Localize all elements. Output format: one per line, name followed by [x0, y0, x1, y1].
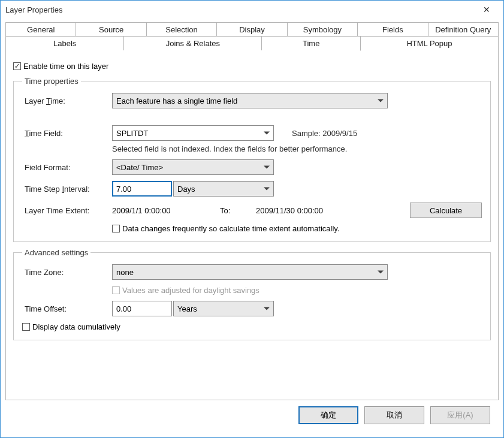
- tab-panel-time: ✓ Enable time on this layer Time propert…: [5, 50, 499, 400]
- tab-html-popup[interactable]: HTML Popup: [361, 36, 499, 50]
- index-hint: Selected field is not indexed. Index the…: [112, 144, 482, 153]
- cancel-button[interactable]: 取消: [364, 406, 424, 424]
- dialog-footer: 确定 取消 应用(A): [5, 400, 499, 433]
- interval-label: Time Step Interval:: [22, 185, 112, 194]
- titlebar: Layer Properties ✕: [1, 1, 503, 19]
- interval-unit-combo[interactable]: Days: [173, 181, 274, 197]
- extent-to-label: To:: [220, 206, 256, 215]
- enable-time-label: Enable time on this layer: [23, 62, 108, 71]
- timezone-combo[interactable]: none: [112, 264, 388, 280]
- chevron-down-icon: [264, 166, 270, 169]
- offset-input[interactable]: 0.00: [112, 301, 172, 316]
- chevron-down-icon: [264, 132, 270, 135]
- apply-button[interactable]: 应用(A): [430, 406, 490, 424]
- chevron-down-icon: [264, 188, 270, 191]
- cumulative-checkbox[interactable]: Display data cumulatively: [22, 322, 120, 331]
- interval-input[interactable]: 7.00: [112, 181, 172, 197]
- chevron-down-icon: [378, 99, 384, 102]
- tab-definition-query[interactable]: Definition Query: [428, 22, 499, 37]
- interval-unit-value: Days: [177, 185, 270, 194]
- interval-value: 7.00: [116, 185, 131, 194]
- ok-button[interactable]: 确定: [298, 406, 358, 424]
- auto-calc-checkbox[interactable]: Data changes frequently so calculate tim…: [112, 224, 340, 233]
- tab-fields[interactable]: Fields: [358, 22, 428, 37]
- advanced-settings-legend: Advanced settings: [22, 248, 90, 257]
- field-format-combo[interactable]: <Date/ Time>: [112, 159, 274, 175]
- auto-calc-label: Data changes frequently so calculate tim…: [122, 224, 340, 233]
- calculate-button[interactable]: Calculate: [410, 203, 482, 218]
- checkbox-icon: ✓: [13, 62, 21, 70]
- sample-label: Sample: 2009/9/15: [292, 129, 357, 138]
- window-title: Layer Properties: [5, 5, 475, 14]
- dst-checkbox: Values are adjusted for daylight savings: [112, 286, 259, 295]
- dialog-window: Layer Properties ✕ General Source Select…: [0, 0, 504, 438]
- time-field-combo[interactable]: SPLITDT: [112, 125, 274, 141]
- tab-source[interactable]: Source: [76, 22, 146, 37]
- checkbox-icon: [22, 323, 30, 331]
- tab-row-1: General Source Selection Display Symbolo…: [5, 22, 499, 37]
- extent-from: 2009/1/1 0:00:00: [112, 206, 220, 215]
- time-field-value: SPLITDT: [116, 129, 270, 138]
- offset-unit-combo[interactable]: Years: [173, 301, 274, 316]
- chevron-down-icon: [264, 307, 270, 310]
- layer-time-value: Each feature has a single time field: [116, 96, 384, 105]
- layer-time-combo[interactable]: Each feature has a single time field: [112, 93, 388, 108]
- chevron-down-icon: [378, 271, 384, 274]
- offset-unit-value: Years: [177, 304, 270, 313]
- time-properties-legend: Time properties: [22, 77, 81, 86]
- close-icon[interactable]: ✕: [475, 5, 499, 14]
- tab-labels[interactable]: Labels: [5, 36, 124, 50]
- time-properties-group: Time properties Layer Time: Each feature…: [13, 77, 491, 242]
- tab-row-2: Labels Joins & Relates Time HTML Popup: [5, 36, 499, 50]
- tab-display[interactable]: Display: [217, 22, 287, 37]
- dst-label: Values are adjusted for daylight savings: [122, 286, 259, 295]
- extent-label: Layer Time Extent:: [22, 206, 112, 215]
- timezone-label: Time Zone:: [22, 268, 112, 277]
- enable-time-checkbox[interactable]: ✓ Enable time on this layer: [13, 62, 108, 71]
- timezone-value: none: [116, 268, 384, 277]
- cumulative-label: Display data cumulatively: [32, 322, 120, 331]
- checkbox-icon: [112, 225, 120, 232]
- field-format-label: Field Format:: [22, 163, 112, 172]
- tab-strip: General Source Selection Display Symbolo…: [5, 22, 499, 50]
- offset-value: 0.00: [116, 304, 131, 313]
- tab-selection[interactable]: Selection: [147, 22, 217, 37]
- tab-joins-relates[interactable]: Joins & Relates: [124, 36, 262, 50]
- field-format-value: <Date/ Time>: [116, 163, 270, 172]
- content-area: General Source Selection Display Symbolo…: [1, 19, 503, 437]
- offset-label: Time Offset:: [22, 304, 112, 313]
- time-field-label: Time Field:: [22, 129, 112, 138]
- tab-time[interactable]: Time: [262, 36, 361, 51]
- extent-to: 2009/11/30 0:00:00: [256, 206, 376, 215]
- checkbox-icon: [112, 286, 120, 294]
- advanced-settings-group: Advanced settings Time Zone: none Values…: [13, 248, 491, 340]
- tab-general[interactable]: General: [5, 22, 76, 37]
- layer-time-label: Layer Time:: [22, 96, 112, 105]
- tab-symbology[interactable]: Symbology: [288, 22, 358, 37]
